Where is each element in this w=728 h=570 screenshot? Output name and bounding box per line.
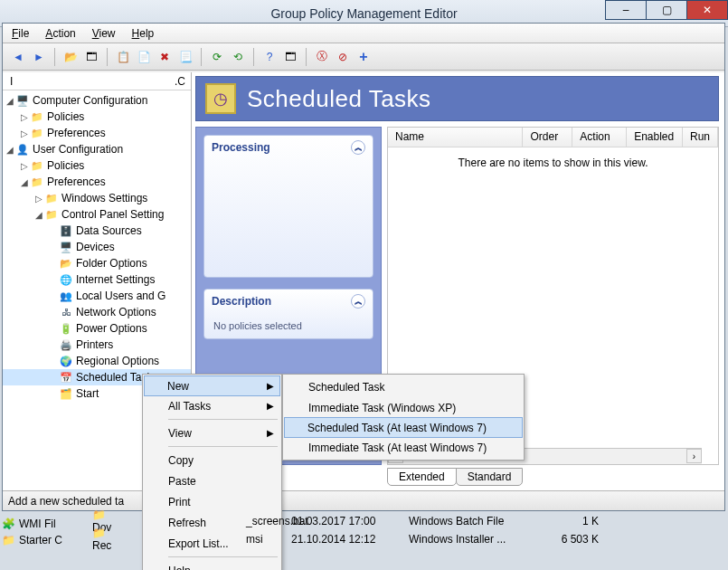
banner: ◷ Scheduled Tasks xyxy=(195,76,719,121)
list-empty-text: There are no items to show in this view. xyxy=(388,147,718,169)
menubar: File Action View Help xyxy=(3,24,724,43)
up-folder-icon[interactable]: 📂 xyxy=(62,49,79,65)
node-internet-settings[interactable]: 🌐Internet Settings xyxy=(3,271,191,288)
sub-immediate-task-xp[interactable]: Immediate Task (Windows XP) xyxy=(285,397,522,418)
col-run[interactable]: Run xyxy=(683,128,718,147)
collapse-icon[interactable]: ︽ xyxy=(351,294,365,309)
collapse-icon[interactable]: ︽ xyxy=(351,140,365,155)
node-devices[interactable]: 🖥️Devices xyxy=(3,239,191,255)
col-name[interactable]: Name xyxy=(388,128,523,147)
processing-card: Processing ︽ xyxy=(203,135,373,278)
sub-scheduled-task[interactable]: Scheduled Task xyxy=(285,376,522,397)
ctx-paste[interactable]: Paste xyxy=(145,470,279,491)
col-enabled[interactable]: Enabled xyxy=(627,128,683,147)
node-local-users-groups[interactable]: 👥Local Users and G xyxy=(3,288,191,304)
show-tree-icon[interactable]: 🗔 xyxy=(83,49,99,65)
menu-view[interactable]: View xyxy=(92,27,116,40)
submenu-arrow-icon: ▶ xyxy=(267,428,274,438)
node-network-options[interactable]: 🖧Network Options xyxy=(3,304,191,320)
minimize-button[interactable]: – xyxy=(605,0,647,20)
tab-extended[interactable]: Extended xyxy=(387,468,457,486)
view-icon[interactable]: 🗔 xyxy=(282,49,298,65)
copy-icon[interactable]: 📋 xyxy=(115,49,131,65)
maximize-button[interactable]: ▢ xyxy=(646,0,687,20)
close-button[interactable]: ✕ xyxy=(686,0,728,20)
node-control-panel-settings[interactable]: ◢📁Control Panel Setting xyxy=(3,206,191,223)
col-order[interactable]: Order xyxy=(523,128,572,147)
status-bar: Add a new scheduled ta xyxy=(3,490,724,510)
paste-icon[interactable]: 📄 xyxy=(136,49,152,65)
add-icon[interactable]: + xyxy=(355,49,372,65)
processing-title: Processing xyxy=(212,141,270,154)
ctx-copy[interactable]: Copy xyxy=(145,450,279,470)
node-data-sources[interactable]: 🗄️Data Sources xyxy=(3,223,191,239)
banner-title: Scheduled Tasks xyxy=(247,85,431,113)
tab-standard[interactable]: Standard xyxy=(456,468,524,486)
node-computer-configuration[interactable]: ◢🖥️Computer Configuration xyxy=(3,92,191,109)
node-computer-preferences[interactable]: ▷📁Preferences xyxy=(3,125,191,141)
description-card: Description ︽ No policies selected xyxy=(203,289,373,339)
bottom-tabs: Extended Standard xyxy=(387,467,719,487)
node-power-options[interactable]: 🔋Power Options xyxy=(3,320,191,337)
bg-row-2[interactable]: 📁Rec msi 21.10.2014 12:12 Windows Instal… xyxy=(2,530,726,548)
menu-action[interactable]: Action xyxy=(45,27,75,40)
submenu-arrow-icon: ▶ xyxy=(267,381,274,391)
node-computer-policies[interactable]: ▷📁Policies xyxy=(3,109,191,125)
sub-scheduled-task-win7[interactable]: Scheduled Task (At least Windows 7) xyxy=(284,417,523,438)
refresh-icon[interactable]: ⟳ xyxy=(209,49,225,65)
ctx-alltasks[interactable]: All Tasks▶ xyxy=(145,395,279,416)
tree-header-left: I xyxy=(10,72,13,90)
context-submenu-new: Scheduled Task Immediate Task (Windows X… xyxy=(282,374,525,461)
node-user-configuration[interactable]: ◢👤User Configuration xyxy=(3,141,191,157)
disable-icon[interactable]: ⊘ xyxy=(335,49,351,65)
stop-icon[interactable]: Ⓧ xyxy=(314,49,330,65)
tree-header-right: .C xyxy=(175,72,185,90)
description-title: Description xyxy=(212,295,271,308)
scheduled-tasks-icon: ◷ xyxy=(205,83,236,114)
scroll-right-icon[interactable]: › xyxy=(686,449,702,463)
node-printers[interactable]: 🖨️Printers xyxy=(3,337,191,353)
ctx-view[interactable]: View▶ xyxy=(145,423,279,443)
ctx-new[interactable]: New▶ xyxy=(144,375,280,396)
properties-icon[interactable]: 📃 xyxy=(177,49,194,65)
node-folder-options[interactable]: 📂Folder Options xyxy=(3,255,191,271)
tree: ◢🖥️Computer Configuration ▷📁Policies ▷📁P… xyxy=(3,90,191,402)
help-icon[interactable]: ? xyxy=(261,49,278,65)
node-regional-options[interactable]: 🌍Regional Options xyxy=(3,353,191,369)
menu-file[interactable]: File xyxy=(12,27,29,40)
sub-immediate-task-win7[interactable]: Immediate Task (At least Windows 7) xyxy=(285,437,522,458)
col-action[interactable]: Action xyxy=(572,128,627,147)
back-icon[interactable]: ◄ xyxy=(10,49,26,65)
submenu-arrow-icon: ▶ xyxy=(267,401,274,411)
delete-icon[interactable]: ✖ xyxy=(156,49,173,65)
menu-help[interactable]: Help xyxy=(132,27,155,40)
bg-file-list: 📁Dov _screens.bat 01.03.2017 17:00 Windo… xyxy=(2,512,726,548)
ctx-print[interactable]: Print xyxy=(145,491,279,512)
bg-row-1[interactable]: 📁Dov _screens.bat 01.03.2017 17:00 Windo… xyxy=(2,512,726,530)
forward-icon[interactable]: ► xyxy=(31,49,47,65)
ctx-help[interactable]: Help xyxy=(145,560,279,570)
node-user-policies[interactable]: ▷📁Policies xyxy=(3,157,191,174)
description-body: No policies selected xyxy=(204,313,373,338)
node-windows-settings[interactable]: ▷📁Windows Settings xyxy=(3,190,191,206)
node-user-preferences[interactable]: ◢📁Preferences xyxy=(3,174,191,190)
list-header: Name Order Action Enabled Run xyxy=(388,128,718,147)
apply-icon[interactable]: ⟲ xyxy=(230,49,246,65)
toolbar: ◄ ► 📂 🗔 📋 📄 ✖ 📃 ⟳ ⟲ ? 🗔 Ⓧ ⊘ + xyxy=(3,43,724,71)
window-buttons: – ▢ ✕ xyxy=(606,0,728,20)
